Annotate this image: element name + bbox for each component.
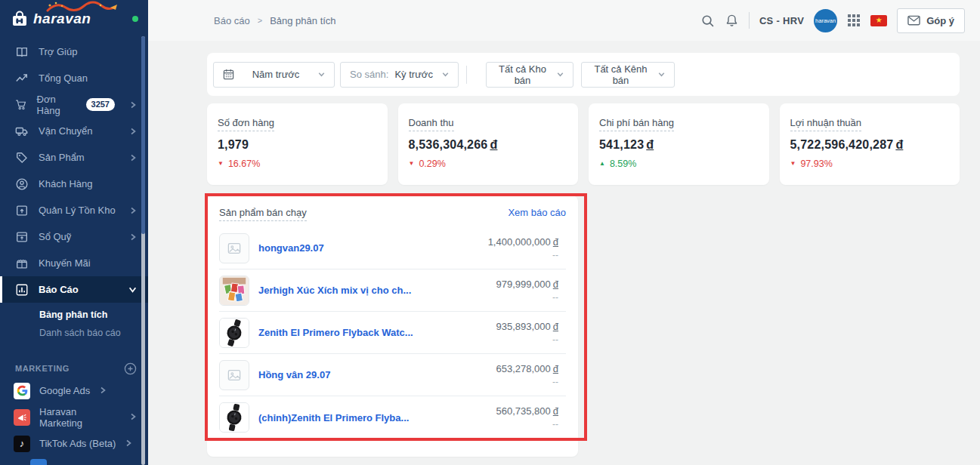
product-photo[interactable] [219,318,249,348]
sidebar-item-label: Đơn Hàng [37,94,76,116]
product-row: Zenith El Primero Flyback Watc... 935,89… [219,312,566,354]
product-revenue: 1,400,000,000 [488,236,551,248]
submenu-item-danh-sach-bao-cao[interactable]: Danh sách báo cáo [0,324,148,342]
channel-select[interactable]: Tất cả Kênh bán [581,62,675,88]
shipping-truck-icon [15,125,29,138]
chevron-right-icon [99,385,107,396]
product-name-link[interactable]: Jerhigh Xúc Xích mix vị cho ch... [258,285,411,296]
sidebar-item-van-chuyen[interactable]: Vận Chuyển [0,118,148,144]
sidebar-item-don-hang[interactable]: Đơn Hàng 3257 [0,91,148,118]
sidebar-item-so-quy[interactable]: Sổ Quỹ [0,223,148,250]
breadcrumb-separator: > [258,16,262,25]
sidebar-item-google-ads[interactable]: Google Ads [0,377,148,404]
kpi-title: Lợi nhuận thuần [790,117,862,131]
feedback-button[interactable]: Góp ý [897,8,965,33]
sidebar-item-label: Google Ads [39,385,90,396]
kpi-delta: ▼97.93% [790,159,950,169]
sidebar-item-tong-quan[interactable]: Tổng Quan [0,65,148,91]
sidebar-scrollbar-thumb[interactable] [141,36,145,234]
product-secondary-value: -- [496,292,558,303]
product-revenue: 979,999,000 [496,279,550,290]
apps-grid-icon[interactable] [847,14,861,27]
panel-header: Sản phẩm bán chạy Xem báo cáo [207,196,578,227]
marketing-section-header: MARKETING [0,359,148,377]
envelope-icon [907,15,920,26]
logo-text: haravan [33,11,91,27]
sidebar-item-khach-hang[interactable]: Khách Hàng [0,171,148,197]
calendar-icon [223,69,234,80]
cashbook-box-icon [15,230,29,244]
panel-title: Sản phẩm bán chạy [219,207,307,221]
chevron-down-icon [441,69,450,79]
date-range-value: Năm trước [241,69,311,80]
product-name-link[interactable]: hongvan29.07 [258,242,324,254]
currency-symbol: đ [553,363,558,374]
kpi-delta-value: 97.93% [800,159,832,169]
warehouse-select[interactable]: Tất cả Kho bán [486,62,573,88]
kpi-delta: ▲8.59% [599,159,759,169]
product-values: 1,400,000,000đ -- [488,236,566,260]
product-row: hongvan29.07 1,400,000,000đ -- [219,227,566,269]
chevron-right-icon [125,438,132,449]
reports-chart-icon [15,283,29,297]
notifications-bell-icon[interactable] [725,14,739,28]
currency-symbol: đ [553,279,558,290]
avatar[interactable]: haravan [814,9,837,32]
product-name-link[interactable]: Zenith El Primero Flyback Watc... [258,327,413,338]
image-placeholder-icon[interactable] [219,233,249,263]
account-label[interactable]: CS - HRV [759,15,804,26]
view-report-link[interactable]: Xem báo cáo [508,207,566,218]
sidebar-item-san-pham[interactable]: Sản Phẩm [0,144,148,171]
breadcrumb-parent-link[interactable]: Báo cáo [214,15,250,26]
product-name-link[interactable]: (chỉnh)Zenith El Primero Flyba... [258,412,409,423]
filter-divider [466,66,467,84]
sidebar: haravan Trợ Giúp Tổng Quan Đơn Hàng [0,0,148,465]
sidebar-item-tro-giup[interactable]: Trợ Giúp [0,38,148,65]
sidebar-item-label: Khách Hàng [39,178,93,189]
vietnam-flag-icon[interactable]: ★ [870,15,887,26]
triangle-up-icon: ▲ [599,161,605,167]
product-row: Hồng vân 29.07 653,278,000đ -- [219,354,566,396]
chevron-right-icon [129,233,137,241]
image-placeholder-icon[interactable] [219,360,249,390]
breadcrumb: Báo cáo > Bảng phân tích [214,0,336,41]
kpi-value: 5,722,596,420,287 [790,138,894,151]
currency-symbol: đ [553,405,558,417]
sidebar-item-bao-cao[interactable]: Báo Cáo [0,276,148,303]
sidebar-item-quan-ly-ton-kho[interactable]: Quản Lý Tồn Kho [0,197,148,223]
triangle-down-icon: ▼ [218,161,224,167]
search-icon[interactable] [700,14,715,28]
product-values: 979,999,000đ -- [496,279,566,303]
sidebar-item-khuyen-mai[interactable]: Khuyến Mãi [0,250,148,276]
tiktok-ads-icon: ♪ [14,436,30,452]
products-tag-icon [15,151,29,165]
analytics-dashboard: haravan Trợ Giúp Tổng Quan Đơn Hàng [0,0,980,465]
kpi-title: Doanh thu [409,117,454,131]
logo[interactable]: haravan [0,0,148,38]
chevron-right-icon [129,128,137,135]
sidebar-item-tiktok-ads[interactable]: ♪ TikTok Ads (Beta) [0,430,148,457]
sidebar-nav: Trợ Giúp Tổng Quan Đơn Hàng 3257 Vận Chu… [0,38,148,457]
product-photo[interactable] [219,402,249,433]
sidebar-item-haravan-marketing[interactable]: Haravan Marketing [0,404,148,430]
product-secondary-value: -- [496,377,558,387]
partial-menu-icon [30,459,47,465]
currency-symbol: đ [553,236,558,248]
product-photo[interactable] [219,276,249,306]
marketing-header-label: MARKETING [15,364,70,373]
submenu-item-bang-phan-tich[interactable]: Bảng phân tích [0,306,148,324]
date-range-select[interactable]: Năm trước [213,62,335,88]
kpi-delta-value: 16.67% [228,159,260,169]
compare-select[interactable]: So sánh: Kỳ trước [340,62,459,88]
reports-submenu: Bảng phân tích Danh sách báo cáo [0,303,148,343]
kpi-card-orders: Số đơn hàng 1,979 ▼16.67% [207,103,388,185]
add-marketing-channel-button[interactable] [124,362,137,375]
warehouse-value: Tất cả Kho bán [496,63,549,86]
kpi-value: 1,979 [218,138,249,151]
product-secondary-value: -- [496,419,558,430]
kpi-cards: Số đơn hàng 1,979 ▼16.67% Doanh thu 8,53… [207,103,960,185]
kpi-delta: ▼16.67% [218,159,377,169]
product-name-link[interactable]: Hồng vân 29.07 [258,369,330,380]
orders-count-badge: 3257 [86,98,115,110]
product-values: 935,893,000đ -- [496,321,566,345]
